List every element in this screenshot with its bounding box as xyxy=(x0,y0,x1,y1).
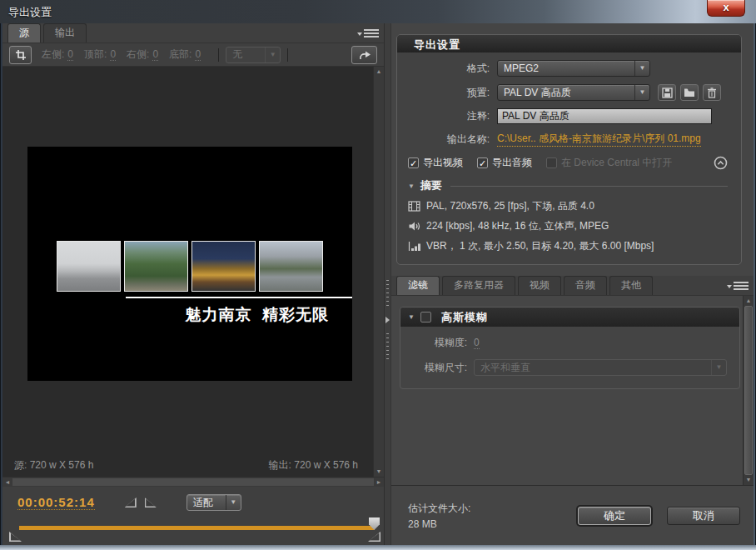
disclosure-triangle-icon[interactable]: ▼ xyxy=(408,182,415,190)
export-settings-group: 导出设置 格式: MPEG2 ▼ 预置: PAL DV xyxy=(396,34,742,265)
gaussian-blur-checkbox[interactable] xyxy=(420,312,431,322)
tab-audio[interactable]: 音频 xyxy=(564,276,607,295)
tab-source[interactable]: 源 xyxy=(7,23,41,42)
output-name-label: 输出名称: xyxy=(397,132,497,147)
curved-arrow-icon xyxy=(358,50,371,60)
device-central-checkbox[interactable]: 在 Device Central 中打开 xyxy=(546,156,672,170)
folder-icon xyxy=(684,88,695,98)
export-audio-checkbox[interactable]: ✓ 导出音频 xyxy=(477,156,532,170)
disclosure-triangle-icon[interactable]: ▼ xyxy=(408,313,415,321)
out-point-icon[interactable] xyxy=(145,498,157,508)
timeline-duration-bar[interactable] xyxy=(19,526,375,530)
export-video-checkbox[interactable]: ✓ 导出视频 xyxy=(408,156,463,170)
preset-dropdown[interactable]: PAL DV 高品质 ▼ xyxy=(497,84,650,101)
crop-bottom-value[interactable]: 0 xyxy=(195,48,201,61)
crop-top-label: 顶部: xyxy=(84,48,107,60)
crop-aspect-dropdown[interactable]: 无 ▼ xyxy=(226,47,281,63)
splitter-arrow-icon xyxy=(385,317,390,323)
summary-video-row: PAL, 720x576, 25 [fps], 下场, 品质 4.0 xyxy=(408,199,741,213)
settings-pane: 导出设置 格式: MPEG2 ▼ 预置: PAL DV xyxy=(391,23,754,545)
format-label: 格式: xyxy=(397,62,497,76)
in-point-icon[interactable] xyxy=(125,498,137,508)
tab-output[interactable]: 输出 xyxy=(43,23,87,42)
blurriness-value[interactable]: 0 xyxy=(474,337,480,349)
film-icon xyxy=(408,201,420,212)
summary-bitrate-row: VBR， 1 次, 最小 2.50, 目标 4.20, 最大 6.00 [Mbp… xyxy=(408,239,741,253)
filters-panel: ▼ 高斯模糊 模糊度: 0 模糊尺寸: 水平和垂直 ▼ xyxy=(391,296,743,485)
chevron-down-icon: ▼ xyxy=(634,61,649,76)
dialog-content: 源 输出 左侧:0 顶部:0 右侧:0 底部:0 xyxy=(2,23,754,545)
scroll-right-icon[interactable]: ► xyxy=(374,478,384,487)
scrollbar-thumb[interactable] xyxy=(744,306,753,475)
check-icon: ✓ xyxy=(477,158,488,168)
work-area-end-handle[interactable] xyxy=(368,532,380,542)
comment-input[interactable] xyxy=(497,108,712,124)
crop-button[interactable] xyxy=(9,46,32,64)
panel-menu-icon[interactable] xyxy=(727,281,749,292)
zoom-fit-dropdown[interactable]: 适配 ▼ xyxy=(187,494,241,511)
trash-icon xyxy=(707,88,717,98)
switch-view-button[interactable] xyxy=(351,46,377,64)
tab-filters[interactable]: 滤镜 xyxy=(396,276,440,295)
speaker-icon xyxy=(408,221,420,232)
delete-preset-button[interactable] xyxy=(703,84,721,101)
cancel-button[interactable]: 取消 xyxy=(667,507,740,525)
crop-left-label: 左侧: xyxy=(42,48,64,60)
dialog-footer: 估计文件大小: 28 MB 确定 取消 xyxy=(391,485,754,545)
scroll-up-icon[interactable]: ▲ xyxy=(374,67,384,77)
photo-sun-yat-sen-mausoleum xyxy=(124,241,188,292)
close-icon: x xyxy=(723,1,729,13)
preview-horizontal-scrollbar[interactable]: ◄ ► xyxy=(2,477,384,487)
blurriness-label: 模糊度: xyxy=(400,336,474,350)
estimated-size-value: 28 MB xyxy=(408,518,470,530)
crop-values: 左侧:0 顶部:0 右侧:0 底部:0 xyxy=(42,48,211,62)
work-area-start-handle[interactable] xyxy=(9,532,22,542)
photo-presidential-palace xyxy=(57,241,121,292)
filters-vertical-scrollbar[interactable]: ▲ ▼ xyxy=(743,296,754,485)
crop-icon xyxy=(15,49,27,61)
tab-others[interactable]: 其他 xyxy=(609,276,653,295)
ok-button[interactable]: 确定 xyxy=(578,507,651,525)
scroll-down-icon[interactable]: ▼ xyxy=(744,475,754,485)
timeline[interactable] xyxy=(2,515,384,543)
export-settings-header: 导出设置 xyxy=(397,35,741,52)
scroll-left-icon[interactable]: ◄ xyxy=(2,478,12,487)
panel-splitter[interactable] xyxy=(385,23,391,545)
chevron-down-icon: ▼ xyxy=(265,48,280,62)
panel-menu-icon[interactable] xyxy=(357,28,379,39)
divider xyxy=(287,48,288,62)
format-dropdown[interactable]: MPEG2 ▼ xyxy=(497,60,650,77)
check-icon: ✓ xyxy=(408,158,419,168)
output-name-link[interactable]: C:\User.. 感风格-南京旅游纪录片\序列 01.mpg xyxy=(497,132,701,147)
preview-tabs: 源 输出 xyxy=(2,23,384,43)
divider xyxy=(218,48,219,62)
preview-vertical-scrollbar[interactable]: ▲ ▼ xyxy=(373,67,384,477)
preset-label: 预置: xyxy=(397,86,497,100)
video-frame: 魅力南京 精彩无限 xyxy=(27,147,352,381)
import-preset-button[interactable] xyxy=(680,84,699,101)
crop-top-value[interactable]: 0 xyxy=(110,48,116,61)
preview-pane: 源 输出 左侧:0 顶部:0 右侧:0 底部:0 xyxy=(2,23,385,545)
collapse-panel-button[interactable] xyxy=(714,156,728,170)
photo-strip xyxy=(57,241,326,292)
output-dimensions: 输出: 720 w X 576 h xyxy=(269,458,358,472)
scroll-down-icon[interactable]: ▼ xyxy=(374,467,384,477)
preview-area: 魅力南京 精彩无限 源: 720 w X 576 h 输出: 720 w X 5… xyxy=(2,67,384,477)
tab-video[interactable]: 视频 xyxy=(518,276,561,295)
timecode[interactable]: 00:00:52:14 xyxy=(17,495,95,510)
scrollbar-thumb[interactable] xyxy=(12,478,374,486)
save-preset-button[interactable] xyxy=(658,84,676,101)
crop-left-value[interactable]: 0 xyxy=(67,48,73,61)
tab-multiplexer[interactable]: 多路复用器 xyxy=(442,276,515,295)
photo-stone-archway xyxy=(259,241,323,292)
source-dimensions: 源: 720 w X 576 h xyxy=(14,458,93,472)
title-bar[interactable]: 导出设置 x xyxy=(0,0,756,23)
transport-controls: 00:00:52:14 适配 ▼ xyxy=(2,487,384,545)
blur-dimension-dropdown[interactable]: 水平和垂直 ▼ xyxy=(474,359,727,376)
close-button[interactable]: x xyxy=(707,0,745,17)
crop-bottom-label: 底部: xyxy=(169,48,191,60)
crop-right-value[interactable]: 0 xyxy=(152,48,158,61)
window-bottom-border xyxy=(0,545,756,550)
scroll-up-icon[interactable]: ▲ xyxy=(744,296,754,306)
video-preview: 魅力南京 精彩无限 源: 720 w X 576 h 输出: 720 w X 5… xyxy=(2,67,373,477)
